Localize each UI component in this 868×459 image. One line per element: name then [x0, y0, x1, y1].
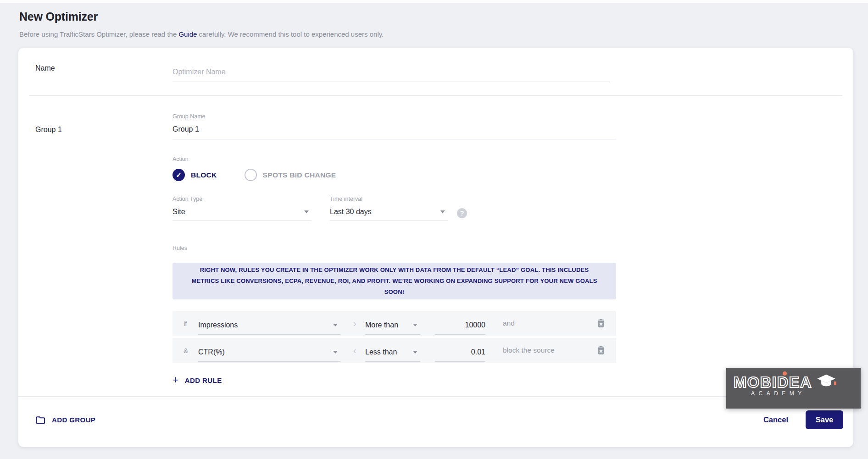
rule-metric-value: CTR(%)	[198, 348, 225, 356]
graduation-cap-icon	[816, 373, 837, 390]
rule-metric-select[interactable]: Impressions	[198, 315, 340, 335]
chevron-down-icon	[333, 324, 338, 326]
group-name-label: Group Name	[172, 113, 616, 120]
delete-rule-button[interactable]	[595, 344, 607, 356]
chevron-down-icon	[413, 351, 417, 354]
greater-than-icon: ›	[353, 318, 365, 329]
trash-icon	[595, 318, 606, 329]
add-group-label: ADD GROUP	[52, 416, 95, 424]
help-icon[interactable]: ?	[457, 208, 467, 218]
chevron-down-icon	[413, 324, 417, 326]
brand-dot-icon	[783, 371, 787, 376]
name-label: Name	[18, 61, 172, 82]
page-title: New Optimizer	[19, 10, 849, 23]
watermark-subbrand-text: ACADEMY	[734, 390, 855, 397]
rule-row: & CTR(%) ‹ Less than block the source	[172, 338, 616, 363]
chevron-down-icon	[333, 351, 338, 354]
page-header: New Optimizer Before using TrafficStars …	[0, 3, 868, 38]
subtitle-text-after: carefully. We recommend this tool to exp…	[197, 30, 384, 38]
radio-label-spots-bid-change: SPOTS BID CHANGE	[263, 171, 336, 179]
chevron-down-icon	[440, 210, 445, 213]
delete-rule-button[interactable]	[595, 317, 607, 329]
action-type-select[interactable]: Site	[172, 208, 312, 221]
time-interval-select[interactable]: Last 30 days	[330, 208, 448, 221]
chevron-down-icon	[304, 210, 309, 213]
rule-suffix: and	[503, 319, 595, 327]
watermark-brand-text: MOBIDEA	[734, 374, 812, 390]
rule-metric-select[interactable]: CTR(%)	[198, 343, 340, 362]
action-type-field: Action Type Site	[172, 196, 312, 221]
rule-comparator-value: Less than	[365, 348, 397, 356]
name-row: Name	[18, 48, 853, 82]
time-interval-label: Time interval	[330, 196, 448, 202]
rule-prefix: if	[184, 320, 198, 327]
radio-option-block[interactable]: ✓ BLOCK	[172, 169, 217, 181]
less-than-icon: ‹	[353, 345, 365, 356]
rule-comparator-select[interactable]: Less than	[365, 343, 420, 362]
rule-row: if Impressions › More than and	[172, 311, 616, 336]
check-icon: ✓	[176, 171, 182, 179]
rules-label: Rules	[172, 245, 616, 251]
add-rule-label: ADD RULE	[185, 376, 222, 384]
folder-icon	[35, 415, 46, 425]
help-glyph: ?	[460, 210, 464, 217]
group-sidebar-label: Group 1	[18, 113, 172, 385]
time-interval-field: Time interval Last 30 days	[330, 196, 448, 221]
rule-comparator-value: More than	[365, 321, 398, 329]
subtitle-text-before: Before using TrafficStars Optimizer, ple…	[19, 30, 178, 38]
action-type-value: Site	[172, 208, 185, 216]
rule-prefix: &	[184, 347, 198, 354]
rule-metric-value: Impressions	[198, 321, 238, 329]
optimizer-name-input[interactable]	[172, 61, 610, 82]
rules-notice: RIGHT NOW, RULES YOU CREATE IN THE OPTIM…	[172, 263, 616, 299]
action-label: Action	[172, 156, 616, 162]
page-subtitle: Before using TrafficStars Optimizer, ple…	[19, 30, 849, 38]
radio-unchecked-icon	[245, 169, 257, 181]
save-button[interactable]: Save	[806, 410, 843, 429]
plus-icon: +	[172, 376, 178, 385]
guide-link[interactable]: Guide	[178, 30, 197, 38]
time-interval-value: Last 30 days	[330, 208, 372, 216]
rule-value-input[interactable]	[435, 343, 485, 362]
radio-checked-icon: ✓	[172, 169, 185, 181]
mobidea-academy-watermark: MOBIDEA ACADEMY	[726, 368, 861, 409]
group-row: Group 1 Group Name Action ✓ BLOCK SPOTS …	[18, 96, 853, 385]
group-name-input[interactable]	[172, 125, 616, 139]
radio-option-spots-bid-change[interactable]: SPOTS BID CHANGE	[245, 169, 336, 181]
add-rule-button[interactable]: + ADD RULE	[172, 376, 222, 385]
cancel-button[interactable]: Cancel	[762, 412, 790, 428]
action-type-label: Action Type	[172, 196, 312, 202]
rule-value-input[interactable]	[435, 315, 485, 335]
add-group-button[interactable]: ADD GROUP	[35, 415, 95, 425]
radio-label-block: BLOCK	[191, 171, 217, 179]
rule-suffix: block the source	[503, 346, 595, 354]
rule-comparator-select[interactable]: More than	[365, 315, 420, 335]
trash-icon	[595, 345, 606, 356]
selects-row: Action Type Site Time interval Last 30 d…	[172, 196, 616, 221]
watermark-brand-row: MOBIDEA	[734, 372, 855, 389]
action-radio-group: ✓ BLOCK SPOTS BID CHANGE	[172, 169, 616, 181]
